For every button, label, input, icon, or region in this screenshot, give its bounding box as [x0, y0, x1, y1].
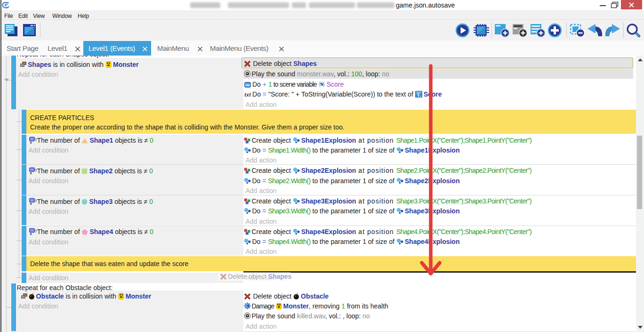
svg-text:?: ?	[34, 168, 37, 173]
svg-text:?: ?	[34, 199, 37, 203]
svg-text:?: ?	[34, 229, 37, 234]
svg-text:Var: Var	[245, 83, 250, 86]
svg-text:?: ?	[34, 138, 37, 142]
